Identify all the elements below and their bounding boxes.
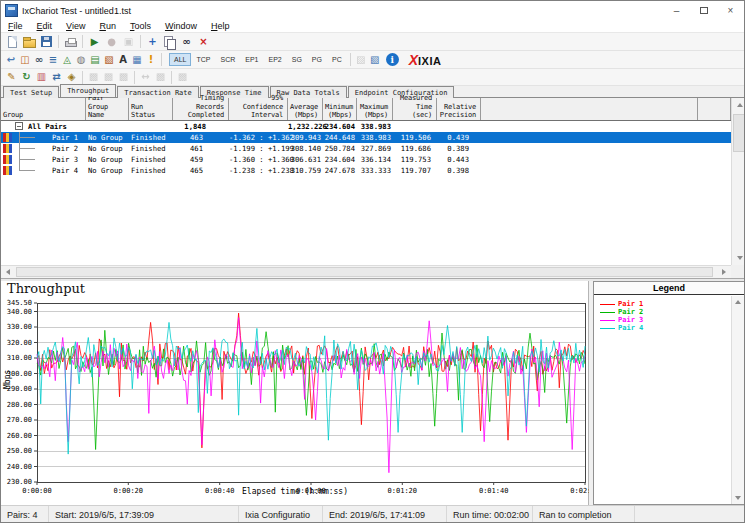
snapshot-button[interactable]: ▦: [130, 52, 144, 68]
menu-bar: FileEditViewRunToolsWindowHelp: [1, 20, 744, 33]
app-icon: [5, 4, 18, 17]
legend-swatch: [600, 312, 615, 313]
legend-scroll-up-button[interactable]: [732, 296, 744, 308]
chart-xlabel: Elapsed time (h:mm:ss): [1, 487, 589, 496]
table-cell: 234.604: [323, 154, 357, 165]
menu-edit[interactable]: Edit: [30, 21, 60, 31]
column-header-empty: [481, 98, 698, 120]
column-header-9[interactable]: Measured Time (sec): [393, 98, 437, 120]
table-cell: No Group: [86, 165, 129, 176]
filter-tcp-button[interactable]: TCP: [191, 53, 215, 66]
group-pairs-icon: ≡: [49, 55, 57, 65]
column-header-8[interactable]: Maximum (Mbps): [357, 98, 393, 120]
refresh-endpoints-button[interactable]: ↻: [19, 69, 34, 85]
copy-results-button[interactable]: ▥: [34, 69, 49, 85]
menu-tools[interactable]: Tools: [123, 21, 158, 31]
text-style-button[interactable]: A: [116, 52, 130, 68]
table-cell: 244.648: [323, 132, 357, 143]
run-options-button[interactable]: ▧: [102, 52, 116, 68]
copy-pair-button[interactable]: [161, 34, 178, 50]
table-cell: 310.759: [288, 165, 323, 176]
filter-all-button[interactable]: ALL: [169, 53, 191, 66]
pair-row-4[interactable]: Pair 4No GroupFinished465-1.238 : +1.238…: [1, 165, 731, 176]
close-button[interactable]: ×: [717, 1, 744, 20]
info-button[interactable]: i: [386, 53, 399, 66]
filter-sg-button[interactable]: SG: [287, 53, 307, 66]
filter-ep1-button[interactable]: EP1: [240, 53, 263, 66]
status-bar: Pairs: 4Start: 2019/6/5, 17:39:09Ixia Co…: [1, 505, 744, 523]
network-map-button[interactable]: ◬: [60, 52, 74, 68]
menu-help[interactable]: Help: [204, 21, 237, 31]
save-test-button[interactable]: [38, 34, 55, 50]
ixia-x-icon: X: [409, 52, 418, 68]
scroll-left-button[interactable]: [1, 266, 15, 278]
edit-comment-button[interactable]: ✎: [4, 69, 19, 85]
undo-run-button[interactable]: ↩: [4, 52, 18, 68]
swap-endpoints-button[interactable]: ⇄: [49, 69, 64, 85]
all-pairs-row[interactable]: All Pairs1,8481,232.226234.604338.983: [1, 121, 731, 132]
run-test-button[interactable]: ▶: [86, 34, 103, 50]
endpoint-pair-button[interactable]: ◫: [18, 52, 32, 68]
find-pair-icon: ∞: [182, 37, 190, 47]
scroll-down-button[interactable]: [732, 251, 745, 265]
open-test-button[interactable]: [21, 34, 38, 50]
y-tick-label: 330.00: [7, 323, 32, 331]
column-header-6[interactable]: Average (Mbps): [288, 98, 323, 120]
table-horizontal-scrollbar[interactable]: [1, 265, 731, 278]
add-pair-button[interactable]: +: [144, 34, 161, 50]
column-header-5[interactable]: 95% Confidence Interval: [229, 98, 288, 120]
y-tick-label: 340.00: [7, 308, 32, 316]
pair-row-1[interactable]: Pair 1No GroupFinished463-1.362 : +1.362…: [1, 132, 731, 143]
filter-ep2-button[interactable]: EP2: [263, 53, 286, 66]
menu-file[interactable]: File: [1, 21, 30, 31]
open-console-button[interactable]: ▧: [368, 52, 382, 68]
menu-view[interactable]: View: [59, 21, 92, 31]
properties-icon: ▩: [178, 72, 187, 82]
minimize-icon: –: [674, 5, 680, 16]
legend-scroll-down-button[interactable]: [732, 492, 744, 504]
table-cell: 119.506: [393, 132, 437, 143]
table-cell: 119.707: [393, 165, 437, 176]
new-test-button[interactable]: [4, 34, 21, 50]
collapse-icon[interactable]: [15, 122, 23, 130]
minimize-button[interactable]: –: [663, 1, 690, 20]
column-header-7[interactable]: Minimum (Mbps): [323, 98, 357, 120]
tab-throughput[interactable]: Throughput: [60, 84, 116, 97]
save-results-button[interactable]: ◈: [64, 69, 79, 85]
scroll-right-button[interactable]: [717, 266, 731, 278]
horizontal-scroll-thumb[interactable]: [16, 267, 713, 277]
alert-button[interactable]: !: [144, 52, 158, 68]
column-header-4[interactable]: Timing Records Completed: [173, 98, 229, 120]
menu-window[interactable]: Window: [158, 21, 204, 31]
menu-run[interactable]: Run: [92, 21, 123, 31]
filter-pg-button[interactable]: PG: [307, 53, 327, 66]
find-pair-button[interactable]: ∞: [178, 34, 195, 50]
filter-scr-button[interactable]: SCR: [215, 53, 240, 66]
toolbar-separator: [82, 35, 83, 48]
print-button[interactable]: [62, 34, 79, 50]
column-header-1[interactable]: Group: [1, 98, 86, 120]
swap-endpoints-icon: ⇄: [52, 72, 60, 82]
scroll-up-button[interactable]: [732, 98, 745, 112]
add-pair-icon: +: [148, 37, 156, 47]
edit-config-button[interactable]: ▤: [88, 52, 102, 68]
vertical-scroll-thumb[interactable]: [733, 114, 745, 152]
group-pairs-button[interactable]: ≡: [46, 52, 60, 68]
column-header-2[interactable]: Pair Group Name: [86, 98, 129, 120]
table-vertical-scrollbar[interactable]: [731, 98, 745, 265]
delete-pair-button[interactable]: ×: [195, 34, 212, 50]
pair-group-label: Pair 3: [52, 155, 78, 164]
legend-scrollbar[interactable]: [731, 296, 744, 504]
table-cell: 463: [173, 132, 229, 143]
column-header-10[interactable]: Relative Precision: [437, 98, 481, 120]
search-pairs-button[interactable]: ∞: [32, 52, 46, 68]
web-console-button[interactable]: ◍: [74, 52, 88, 68]
legend-swatch: [600, 304, 615, 305]
maximize-button[interactable]: [690, 1, 717, 20]
filter-pc-button[interactable]: PC: [327, 53, 347, 66]
column-header-3[interactable]: Run Status: [129, 98, 173, 120]
pair-row-3[interactable]: Pair 3No GroupFinished459-1.360 : +1.360…: [1, 154, 731, 165]
status-segment-4: End: 2019/6/5, 17:41:09: [323, 506, 447, 523]
tab-test-setup[interactable]: Test Setup: [3, 86, 59, 98]
pair-row-2[interactable]: Pair 2No GroupFinished461-1.199 : +1.199…: [1, 143, 731, 154]
